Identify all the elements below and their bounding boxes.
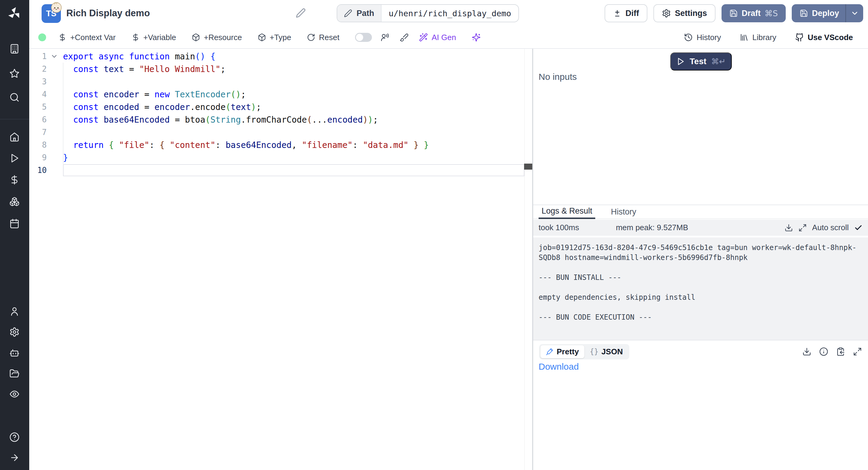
result-info-icon[interactable] xyxy=(819,347,828,356)
copy-result-icon[interactable] xyxy=(836,347,845,356)
download-result-icon[interactable] xyxy=(802,347,811,356)
add-context-var-button[interactable]: +Context Var xyxy=(58,33,116,42)
deploy-button[interactable]: Deploy xyxy=(792,4,863,22)
ai-gen-button[interactable]: AI Gen xyxy=(419,33,456,42)
line-number: 4 xyxy=(29,90,47,99)
result-view-switch: Pretty {} JSON xyxy=(539,344,629,359)
settings-label: Settings xyxy=(675,9,707,18)
editor-scrollbar-track xyxy=(524,49,525,470)
reset-label: Reset xyxy=(319,33,339,42)
fold-chevron-icon[interactable] xyxy=(50,53,58,60)
draft-label: Draft xyxy=(742,9,761,18)
code-line[interactable]: 3 xyxy=(29,75,532,88)
users-icon[interactable] xyxy=(9,306,20,317)
library-button[interactable]: Library xyxy=(740,33,776,42)
add-type-label: +Type xyxy=(270,33,291,42)
path-label-section[interactable]: Path xyxy=(337,5,381,22)
toggle-knob xyxy=(356,34,363,41)
language-badge: TS xyxy=(41,4,61,23)
line-number: 3 xyxy=(29,77,47,86)
auto-scroll-check-icon[interactable] xyxy=(854,224,863,232)
code-editor[interactable]: 1export async function main() {2 const t… xyxy=(29,49,532,470)
diff-icon xyxy=(613,9,621,18)
format-brush-icon[interactable] xyxy=(400,33,409,42)
ai-sparkles-icon[interactable] xyxy=(472,33,481,42)
draft-button[interactable]: Draft ⌘S xyxy=(721,4,786,22)
folders-icon[interactable] xyxy=(9,369,20,379)
settings-gear-icon[interactable] xyxy=(9,327,20,337)
windmill-logo-icon[interactable] xyxy=(7,6,22,21)
result-download-link[interactable]: Download xyxy=(538,362,579,372)
code-line[interactable]: 1export async function main() { xyxy=(29,50,532,63)
result-toolbar: Pretty {} JSON xyxy=(533,340,868,363)
tab-history[interactable]: History xyxy=(608,205,639,219)
history-button[interactable]: History xyxy=(684,33,721,42)
download-logs-icon[interactable] xyxy=(784,224,793,232)
multiplayer-toggle[interactable] xyxy=(355,33,372,42)
no-inputs-text: No inputs xyxy=(538,72,577,82)
save-icon xyxy=(800,9,808,18)
line-number: 2 xyxy=(29,64,47,73)
expand-sidebar-arrow-icon[interactable] xyxy=(9,452,20,463)
path-editor[interactable]: Path u/henri/rich_display_demo xyxy=(337,4,519,22)
pretty-label: Pretty xyxy=(557,347,579,356)
help-icon[interactable] xyxy=(9,432,20,442)
line-number: 6 xyxy=(29,115,47,124)
workers-robot-icon[interactable] xyxy=(9,348,20,358)
test-shortcut: ⌘↵ xyxy=(711,57,726,66)
code-line[interactable]: 10 xyxy=(29,164,532,177)
variables-dollar-icon[interactable] xyxy=(9,175,20,185)
result-view-pretty[interactable]: Pretty xyxy=(540,345,584,358)
path-value[interactable]: u/henri/rich_display_demo xyxy=(381,5,518,22)
code-line[interactable]: 5 const encoded = encoder.encode(text); xyxy=(29,101,532,113)
code-line[interactable]: 7 xyxy=(29,126,532,138)
workspace-icon[interactable] xyxy=(9,44,20,54)
result-view-json[interactable]: {} JSON xyxy=(584,345,628,358)
test-run-button[interactable]: Test ⌘↵ xyxy=(670,53,732,70)
indent-guide xyxy=(63,63,63,164)
line-number: 7 xyxy=(29,128,47,137)
auto-scroll-label[interactable]: Auto scroll xyxy=(812,223,849,232)
line-number: 10 xyxy=(29,166,47,175)
audit-logs-eye-icon[interactable] xyxy=(9,389,20,399)
code-line[interactable]: 2 const text = "Hello Windmill"; xyxy=(29,63,532,75)
result-tabs: Logs & Result History xyxy=(533,205,868,219)
code-line[interactable]: 4 const encoder = new TextEncoder(); xyxy=(29,88,532,101)
code-line[interactable]: 8 return { "file": { "content": base64En… xyxy=(29,138,532,151)
resources-boxes-icon[interactable] xyxy=(9,196,20,207)
code-line[interactable]: 9} xyxy=(29,151,532,164)
use-vscode-label: Use VScode xyxy=(808,33,853,42)
multiplayer-users-icon[interactable] xyxy=(380,33,390,42)
settings-button[interactable]: Settings xyxy=(653,4,715,22)
chevron-down-icon[interactable] xyxy=(850,9,859,18)
edit-summary-pencil-icon[interactable] xyxy=(296,8,306,18)
diff-label: Diff xyxy=(625,9,639,18)
job-logs[interactable]: job=01912d75-163d-8204-47c9-5469c516cb1e… xyxy=(533,238,868,340)
json-label: JSON xyxy=(601,347,623,356)
diff-button[interactable]: Diff xyxy=(604,4,647,22)
history-label: History xyxy=(696,33,721,42)
overview-ruler-cursor-mark[interactable] xyxy=(524,164,532,169)
bun-runtime-icon xyxy=(51,2,62,13)
search-icon[interactable] xyxy=(9,92,20,102)
line-number: 1 xyxy=(29,52,47,61)
braces-icon: {} xyxy=(590,347,598,356)
favorites-star-icon[interactable] xyxy=(9,68,20,79)
pencil-icon xyxy=(344,9,352,18)
expand-logs-icon[interactable] xyxy=(798,224,807,232)
expand-result-icon[interactable] xyxy=(853,347,862,356)
reset-button[interactable]: Reset xyxy=(307,33,339,42)
home-icon[interactable] xyxy=(9,132,20,142)
sync-status-dot xyxy=(38,33,46,41)
run-panel: Test ⌘↵ No inputs Logs & Result History … xyxy=(533,49,868,470)
add-type-button[interactable]: +Type xyxy=(258,33,291,42)
add-variable-button[interactable]: +Variable xyxy=(131,33,176,42)
runs-play-icon[interactable] xyxy=(9,153,20,163)
panel-resize-handle[interactable] xyxy=(532,49,533,470)
top-bar: TS Rich Display demo Path u/henri/rich_d… xyxy=(29,0,868,27)
use-vscode-button[interactable]: Use VScode xyxy=(795,33,853,42)
schedules-calendar-icon[interactable] xyxy=(9,218,20,229)
tab-logs-result[interactable]: Logs & Result xyxy=(538,205,595,219)
code-line[interactable]: 6 const base64Encoded = btoa(String.from… xyxy=(29,113,532,126)
add-resource-button[interactable]: +Resource xyxy=(192,33,242,42)
